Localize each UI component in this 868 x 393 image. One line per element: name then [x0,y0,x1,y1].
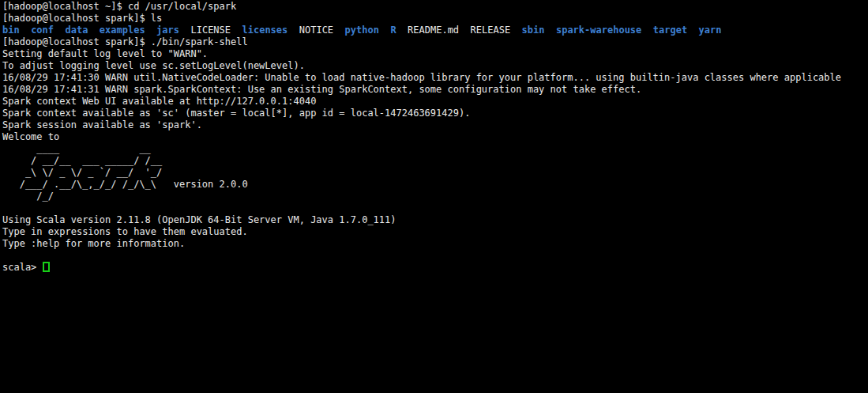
terminal-text [333,25,344,36]
terminal-text [88,25,99,36]
info-line: Type in expressions to have them evaluat… [2,226,868,238]
directory-name: jars [156,25,179,36]
terminal-text: / __/__ ___ _____/ /__ [2,155,162,166]
terminal-text: Type :help for more information. [2,238,185,249]
directory-name: target [653,25,687,36]
terminal-text [544,25,555,36]
directory-name: examples [100,25,145,36]
spark-logo-line: _\ \/ _ \/ _ `/ __/ '_/ [2,167,868,179]
directory-name: yarn [699,25,722,36]
terminal-text: _\ \/ _ \/ _ `/ __/ '_/ [2,167,162,178]
log-line: 16/08/29 17:41:30 WARN util.NativeCodeLo… [2,72,868,84]
terminal-text: Spark session available as 'spark'. [2,119,202,130]
directory-name: data [66,25,88,36]
spark-logo-line: ____ __ [2,143,868,155]
directory-name: bin [2,25,20,36]
terminal-window[interactable]: [hadoop@localhost ~]$ cd /usr/local/spar… [0,0,868,393]
directory-name: spark-warehouse [556,25,641,36]
terminal-text [396,25,408,36]
terminal-cursor[interactable] [43,262,50,272]
directory-name: conf [31,25,54,36]
prompt-line: [hadoop@localhost ~]$ cd /usr/local/spar… [2,1,868,13]
terminal-text: Setting default log level to "WARN". [2,48,208,59]
terminal-text: /_/ [2,191,54,202]
info-line: Using Scala version 2.11.8 (OpenJDK 64-B… [2,214,868,226]
welcome-line: Welcome to [2,131,868,143]
terminal-text [145,25,156,36]
terminal-text [54,25,65,36]
blank-line [2,250,868,262]
terminal-text: Spark context Web UI available at http:/… [2,96,316,107]
terminal-text: To adjust logging level use sc.setLogLev… [2,60,305,71]
terminal-text: Spark context available as 'sc' (master … [2,108,470,119]
terminal-text: Using Scala version 2.11.8 (OpenJDK 64-B… [2,214,396,225]
terminal-text: RELEASE [471,25,511,36]
directory-name: licenses [242,25,288,36]
directory-name: sbin [522,25,545,36]
terminal-text [20,25,31,36]
terminal-text: Welcome to [2,131,59,142]
terminal-text [641,25,652,36]
terminal-text [231,25,242,36]
terminal-text [287,25,299,36]
scala-prompt-line: scala> [2,262,868,274]
log-line: Spark session available as 'spark'. [2,119,868,131]
terminal-text: README.md [408,25,459,36]
prompt-line: [hadoop@localhost spark]$ ls [2,13,868,25]
terminal-text [459,25,470,36]
log-line: To adjust logging level use sc.setLogLev… [2,60,868,72]
terminal-text: [hadoop@localhost ~]$ cd /usr/local/spar… [2,1,236,12]
terminal-text [687,25,698,36]
ls-output-line: bin conf data examples jars LICENSE lice… [2,25,868,36]
terminal-text: [hadoop@localhost spark]$ ./bin/spark-sh… [2,36,248,47]
log-line: Setting default log level to "WARN". [2,48,868,60]
terminal-text: scala> [2,262,43,273]
spark-logo-line: /___/ .__/\_,_/_/ /_/\_\ version 2.0.0 [2,179,868,191]
terminal-text: ____ __ [2,143,151,154]
prompt-line: [hadoop@localhost spark]$ ./bin/spark-sh… [2,36,868,48]
terminal-text: NOTICE [299,25,333,36]
spark-logo-line: /_/ [2,191,868,202]
terminal-text: /___/ .__/\_,_/_/ /_/\_\ version 2.0.0 [2,179,248,190]
spark-logo-line: / __/__ ___ _____/ /__ [2,155,868,167]
terminal-text: 16/08/29 17:41:30 WARN util.NativeCodeLo… [2,72,841,83]
log-line: 16/08/29 17:41:31 WARN spark.SparkContex… [2,84,868,96]
terminal-text [510,25,521,36]
terminal-text: LICENSE [190,25,231,36]
terminal-text [179,25,190,36]
directory-name: R [390,25,396,36]
directory-name: python [345,25,379,36]
terminal-text [379,25,390,36]
blank-line [2,202,868,214]
log-line: Spark context Web UI available at http:/… [2,96,868,108]
info-line: Type :help for more information. [2,238,868,250]
terminal-text: [hadoop@localhost spark]$ ls [2,13,162,24]
terminal-text: Type in expressions to have them evaluat… [2,226,248,237]
terminal-text: 16/08/29 17:41:31 WARN spark.SparkContex… [2,84,641,95]
log-line: Spark context available as 'sc' (master … [2,108,868,119]
